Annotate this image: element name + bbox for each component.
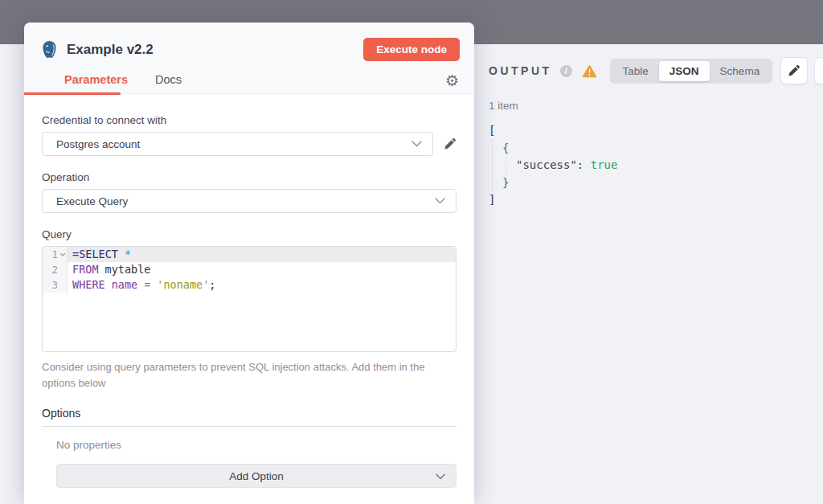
sql-token: 'noname' — [157, 278, 209, 291]
sql-injection-hint: Consider using query parameters to preve… — [42, 359, 457, 391]
json-key: "success" — [516, 158, 577, 171]
json-close-bracket: ] — [489, 191, 823, 209]
credential-value: Postgres account — [56, 138, 140, 150]
postgresql-logo-icon — [40, 40, 59, 59]
code-line: 2 FROMmytable — [43, 262, 456, 277]
tab-table[interactable]: Table — [612, 61, 659, 81]
options-section: Options No properties Add Option — [42, 407, 457, 488]
edit-credential-button[interactable] — [444, 137, 457, 150]
json-value: true — [591, 158, 618, 171]
info-icon[interactable]: i — [560, 65, 572, 77]
json-output: [ { "success": true } ] — [489, 122, 823, 209]
credential-select[interactable]: Postgres account — [42, 132, 433, 156]
node-title: Example v2.2 — [67, 42, 154, 58]
parameters-panel: Credential to connect with Postgres acco… — [24, 94, 474, 488]
tab-schema[interactable]: Schema — [710, 61, 771, 81]
sql-token: * — [125, 248, 131, 260]
json-open-brace: { — [502, 140, 823, 158]
active-tab-underline — [24, 92, 121, 95]
sql-token: WHERE — [72, 278, 105, 291]
tab-json[interactable]: JSON — [659, 61, 710, 81]
output-view-switch: Table JSON Schema — [610, 59, 773, 84]
sql-token: mytable — [105, 263, 151, 276]
code-line: 1 =SELECT* — [43, 247, 456, 262]
sql-token: ; — [209, 278, 215, 291]
add-option-label: Add Option — [229, 470, 284, 482]
tab-docs[interactable]: Docs — [155, 73, 182, 86]
sql-token: name — [112, 278, 138, 291]
json-close-brace: } — [502, 174, 823, 192]
sql-token: = — [144, 278, 150, 291]
modal-header: Example v2.2 Execute node Parameters Doc… — [24, 23, 474, 94]
sql-token: FROM — [72, 263, 99, 276]
line-number: 1 — [51, 247, 58, 262]
gear-icon[interactable]: ⚙ — [445, 73, 459, 88]
json-open-bracket: [ — [489, 122, 823, 140]
options-label: Options — [42, 407, 457, 427]
warning-icon[interactable] — [582, 64, 597, 78]
chevron-down-icon — [436, 473, 445, 480]
sql-token: =SELECT — [72, 248, 118, 260]
output-panel: OUTPUT i Table JSON Schema 1 item [ { "s… — [474, 44, 823, 504]
fold-chevron-icon[interactable] — [59, 252, 66, 256]
output-title: OUTPUT — [489, 64, 552, 77]
json-level-2: "success": true — [506, 157, 823, 174]
items-count: 1 item — [489, 100, 823, 112]
tab-parameters[interactable]: Parameters — [64, 73, 128, 86]
credential-row: Postgres account — [42, 132, 457, 156]
code-line: 3 WHEREname='noname'; — [43, 277, 456, 293]
query-label: Query — [42, 228, 457, 240]
node-details-modal: Example v2.2 Execute node Parameters Doc… — [24, 23, 474, 504]
line-number: 2 — [51, 262, 58, 277]
operation-select[interactable]: Execute Query — [42, 189, 457, 213]
json-level-1: { "success": true } — [492, 140, 823, 192]
pencil-icon — [788, 64, 800, 77]
title-row: Example v2.2 Execute node — [24, 23, 474, 61]
operation-label: Operation — [42, 171, 457, 183]
chevron-down-icon — [435, 198, 445, 204]
execute-node-button[interactable]: Execute node — [363, 38, 460, 61]
credential-label: Credential to connect with — [42, 114, 457, 126]
chevron-down-icon — [412, 141, 422, 147]
tabs-row: Parameters Docs ⚙ — [24, 69, 474, 93]
json-colon: : — [577, 158, 583, 171]
no-properties-text: No properties — [56, 439, 457, 451]
edit-output-button[interactable] — [780, 57, 808, 84]
query-editor[interactable]: 1 =SELECT* 2 FROMmytable 3 WHEREname='no… — [42, 246, 457, 352]
pin-data-button[interactable] — [814, 57, 823, 84]
add-option-button[interactable]: Add Option — [56, 464, 457, 488]
json-key-value-row: "success": true — [516, 157, 823, 174]
operation-value: Execute Query — [56, 195, 128, 207]
pencil-icon — [444, 137, 457, 150]
line-number: 3 — [51, 277, 58, 293]
output-header: OUTPUT i Table JSON Schema — [474, 44, 823, 84]
